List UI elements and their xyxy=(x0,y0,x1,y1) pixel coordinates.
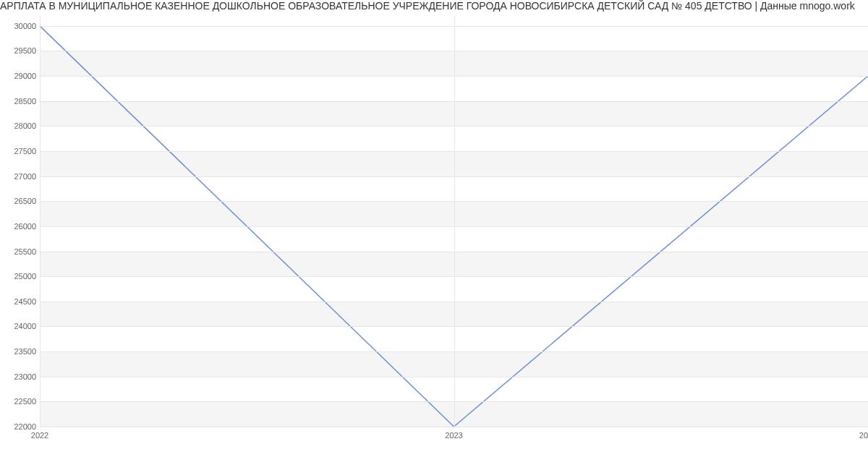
y-tick-label: 28500 xyxy=(4,97,36,106)
v-grid-line xyxy=(454,16,455,427)
chart-container: АРПЛАТА В МУНИЦИПАЛЬНОЕ КАЗЕННОЕ ДОШКОЛЬ… xyxy=(0,0,868,470)
y-tick-label: 26000 xyxy=(4,222,36,231)
y-tick-label: 29000 xyxy=(4,72,36,80)
y-tick-label: 29500 xyxy=(4,46,36,55)
x-tick-label: 2024 xyxy=(859,431,868,440)
y-tick-label: 22000 xyxy=(4,422,36,431)
y-tick-label: 23000 xyxy=(4,372,36,381)
y-tick-label: 28000 xyxy=(4,121,36,130)
y-tick-label: 24500 xyxy=(4,297,36,306)
y-tick-label: 23500 xyxy=(4,347,36,356)
y-tick-label: 24000 xyxy=(4,322,36,330)
y-tick-label: 25000 xyxy=(4,272,36,281)
v-grid-line xyxy=(40,16,41,427)
y-tick-label: 27500 xyxy=(4,147,36,155)
y-tick-label: 25500 xyxy=(4,247,36,256)
plot-area xyxy=(40,16,868,427)
h-grid-line xyxy=(40,427,868,427)
y-tick-label: 22500 xyxy=(4,397,36,406)
y-tick-label: 30000 xyxy=(4,22,36,30)
x-tick-label: 2023 xyxy=(445,431,462,440)
x-tick-label: 2022 xyxy=(31,431,48,440)
y-tick-label: 27000 xyxy=(4,172,36,181)
chart-title: АРПЛАТА В МУНИЦИПАЛЬНОЕ КАЗЕННОЕ ДОШКОЛЬ… xyxy=(0,0,868,14)
y-tick-label: 26500 xyxy=(4,197,36,205)
